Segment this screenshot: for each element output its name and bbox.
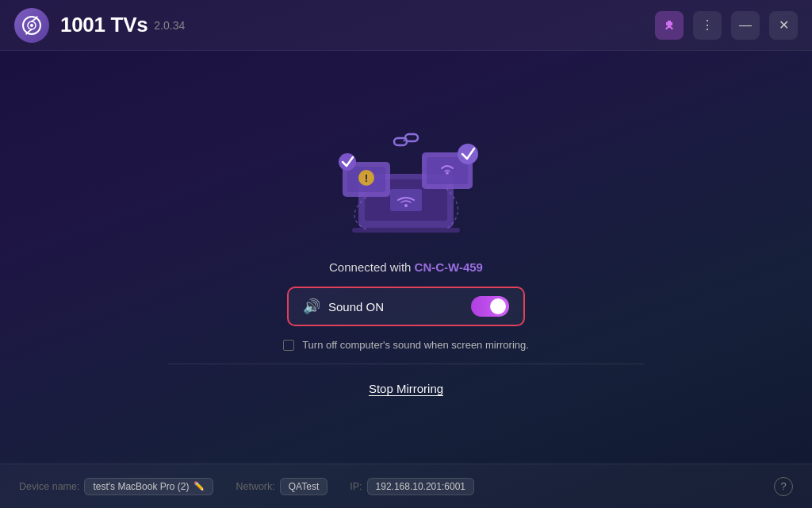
svg-point-6 (404, 204, 408, 207)
device-name-footer-label: Device name: (19, 481, 79, 492)
close-button[interactable]: ✕ (769, 11, 798, 40)
svg-text:!: ! (365, 173, 368, 184)
svg-point-16 (458, 144, 478, 164)
svg-rect-18 (405, 134, 418, 141)
device-name-footer-value: test's MacBook Pro (2) ✏️ (84, 478, 213, 495)
sound-icon: 🔊 (303, 298, 320, 315)
app-title: 1001 TVs (60, 13, 147, 37)
main-content: ! Connected with (0, 51, 812, 464)
divider (168, 364, 644, 364)
sound-toggle[interactable] (471, 296, 509, 317)
sound-label: Sound ON (328, 300, 384, 314)
svg-point-2 (30, 24, 33, 27)
ip-footer-label: IP: (350, 481, 362, 492)
device-name-label: CN-C-W-459 (415, 260, 483, 274)
app-version: 2.0.34 (154, 19, 185, 32)
mute-on-mirror-checkbox[interactable] (283, 340, 294, 351)
svg-rect-7 (352, 228, 460, 233)
plugin-button[interactable] (655, 11, 684, 40)
checkbox-label: Turn off computer's sound when screen mi… (302, 339, 529, 351)
footer-device-name: Device name: test's MacBook Pro (2) ✏️ (19, 478, 213, 495)
svg-rect-5 (390, 189, 422, 211)
footer-network: Network: QATest (236, 478, 327, 495)
menu-button[interactable]: ⋮ (693, 11, 722, 40)
connection-illustration: ! (319, 114, 493, 241)
network-footer-label: Network: (236, 481, 274, 492)
toggle-slider (471, 296, 509, 317)
edit-device-name-icon[interactable]: ✏️ (193, 481, 205, 491)
ip-footer-value: 192.168.10.201:6001 (367, 478, 474, 495)
sound-left: 🔊 Sound ON (303, 298, 384, 315)
stop-mirroring-button[interactable]: Stop Mirroring (356, 377, 456, 400)
app-logo (14, 8, 49, 43)
sound-toggle-row: 🔊 Sound ON (287, 287, 525, 326)
minimize-button[interactable]: — (731, 11, 760, 40)
footer-ip: IP: 192.168.10.201:6001 (350, 478, 474, 495)
footer-right: ? (774, 477, 793, 496)
checkbox-row: Turn off computer's sound when screen mi… (283, 339, 529, 351)
help-button[interactable]: ? (774, 477, 793, 496)
svg-point-15 (446, 171, 449, 175)
connected-text: Connected with CN-C-W-459 (329, 260, 483, 274)
title-bar-controls: ⋮ — ✕ (655, 11, 798, 40)
svg-point-12 (339, 153, 356, 171)
footer: Device name: test's MacBook Pro (2) ✏️ N… (0, 464, 812, 508)
title-bar: 1001 TVs 2.0.34 ⋮ — ✕ (0, 0, 812, 51)
network-footer-value: QATest (280, 478, 327, 495)
